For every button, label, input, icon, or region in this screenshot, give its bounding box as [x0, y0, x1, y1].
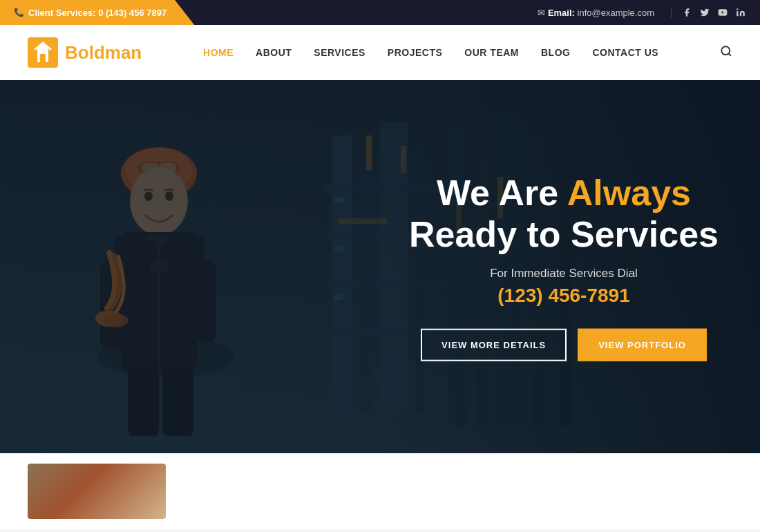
hero-subtitle: For Immediate Services Dial [409, 266, 719, 280]
phone-icon: 📞 [14, 8, 24, 17]
hero-title: We Are Always Ready to Services [409, 173, 719, 256]
top-bar: 📞 Client Services: 0 (143) 456 7897 ✉ Em… [0, 0, 760, 25]
nav-menu: HOME ABOUT SERVICES PROJECTS OUR TEAM BL… [203, 46, 658, 59]
hero-phone: (123) 456-7891 [409, 284, 719, 306]
client-services-bar: 📞 Client Services: 0 (143) 456 7897 [0, 0, 194, 25]
nav-contact-us[interactable]: CONTACT US [592, 46, 658, 59]
linkedin-icon[interactable] [735, 7, 746, 18]
navbar: Boldman HOME ABOUT SERVICES PROJECTS OUR… [0, 25, 760, 80]
nav-projects[interactable]: PROJECTS [388, 46, 442, 59]
nav-home[interactable]: HOME [203, 46, 234, 59]
logo-text: Boldman [65, 42, 142, 64]
twitter-icon[interactable] [699, 7, 710, 18]
view-more-details-button[interactable]: VIEW MORE DETAILS [421, 328, 567, 361]
svg-point-3 [721, 46, 730, 55]
nav-blog[interactable]: BLOG [541, 46, 570, 59]
hero-buttons: VIEW MORE DETAILS VIEW PORTFOLIO [409, 328, 719, 361]
email-info: ✉ Email: info@example.com [538, 8, 654, 18]
below-hero-section [0, 453, 760, 529]
social-icons-group [671, 7, 746, 18]
facebook-icon[interactable] [681, 7, 692, 18]
hero-content: We Are Always Ready to Services For Imme… [409, 173, 719, 361]
svg-line-4 [728, 53, 730, 55]
nav-services[interactable]: SERVICES [314, 46, 365, 59]
top-bar-right: ✉ Email: info@example.com [538, 7, 746, 18]
logo-icon [28, 37, 58, 68]
logo[interactable]: Boldman [28, 37, 142, 68]
preview-thumbnail [28, 464, 166, 519]
search-icon[interactable] [720, 45, 732, 60]
nav-about[interactable]: ABOUT [256, 46, 292, 59]
youtube-icon[interactable] [717, 7, 728, 18]
client-services-label: Client Services: 0 (143) 456 7897 [28, 8, 167, 18]
view-portfolio-button[interactable]: VIEW PORTFOLIO [578, 328, 707, 361]
nav-our-team[interactable]: OUR TEAM [464, 46, 519, 59]
hero-section: We Are Always Ready to Services For Imme… [0, 80, 760, 453]
svg-point-2 [41, 45, 45, 49]
svg-point-0 [737, 8, 738, 10]
